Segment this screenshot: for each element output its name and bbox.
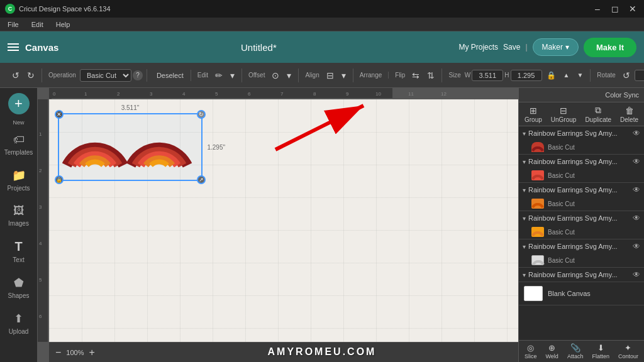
svg-text:4: 4 bbox=[39, 241, 42, 246]
ungroup-button[interactable]: ⊟ UnGroup bbox=[551, 106, 577, 123]
layer-item-3[interactable]: Basic Cut bbox=[519, 197, 644, 211]
sidebar-item-templates[interactable]: 🏷 Templates bbox=[0, 128, 37, 161]
deselect-button[interactable]: Deselect bbox=[153, 70, 187, 81]
layer-thumb-2 bbox=[531, 170, 544, 180]
layer-item-2[interactable]: Basic Cut bbox=[519, 168, 644, 182]
dimension-width-label: 3.511" bbox=[121, 104, 140, 111]
svg-text:8: 8 bbox=[313, 91, 316, 97]
svg-text:2: 2 bbox=[117, 91, 120, 97]
layer-item-name-5: Basic Cut bbox=[548, 257, 575, 264]
canvas-area[interactable]: 0 1 2 3 4 5 6 7 8 9 10 11 12 1 2 3 bbox=[38, 88, 518, 362]
svg-text:10: 10 bbox=[375, 91, 381, 97]
attach-button[interactable]: 📎 Attach bbox=[567, 343, 584, 359]
edit-dropdown-button[interactable]: ▾ bbox=[227, 69, 238, 82]
sidebar-item-shapes[interactable]: ⬟ Shapes bbox=[0, 271, 37, 304]
maximize-button[interactable]: ◻ bbox=[609, 3, 621, 15]
layer-group-header-4[interactable]: ▾ Rainbow Earrings Svg Amy... 👁 bbox=[519, 211, 644, 225]
layer-group-header-2[interactable]: ▾ Rainbow Earrings Svg Amy... 👁 bbox=[519, 155, 644, 168]
redo-button[interactable]: ↻ bbox=[24, 69, 38, 82]
text-icon: T bbox=[14, 239, 22, 254]
slice-button[interactable]: ◎ Slice bbox=[525, 343, 537, 359]
sidebar-item-projects[interactable]: 📁 Projects bbox=[0, 163, 37, 197]
group-button[interactable]: ⊞ Group bbox=[525, 106, 542, 123]
my-projects-button[interactable]: My Projects bbox=[458, 43, 498, 52]
operation-select[interactable]: Basic Cut bbox=[80, 69, 131, 82]
layer-chevron-3: ▾ bbox=[523, 187, 526, 194]
left-sidebar: + New 🏷 Templates 📁 Projects 🖼 Images T … bbox=[0, 88, 38, 362]
offset-dropdown-button[interactable]: ▾ bbox=[284, 69, 294, 82]
layer-group-header-5[interactable]: ▾ Rainbow Earrings Svg Amy... 👁 bbox=[519, 239, 644, 253]
svg-text:3: 3 bbox=[39, 204, 42, 210]
minimize-button[interactable]: – bbox=[591, 3, 604, 15]
sidebar-item-images[interactable]: 🖼 Images bbox=[0, 199, 37, 232]
make-it-button[interactable]: Make It bbox=[584, 38, 636, 57]
layer-item-4[interactable]: Basic Cut bbox=[519, 225, 644, 239]
undo-button[interactable]: ↺ bbox=[9, 69, 23, 82]
layer-thumb-4 bbox=[531, 227, 544, 237]
sidebar-item-text[interactable]: T Text bbox=[0, 234, 37, 268]
layer-eye-3[interactable]: 👁 bbox=[633, 185, 640, 194]
edit-button[interactable]: ✏ bbox=[212, 69, 226, 82]
menu-bar: File Edit Help bbox=[0, 18, 644, 31]
rotate-input[interactable] bbox=[635, 70, 644, 81]
handle-lock[interactable]: 🔒 bbox=[55, 175, 64, 184]
operation-help-button[interactable]: ? bbox=[133, 70, 143, 80]
layer-eye-4[interactable]: 👁 bbox=[633, 214, 640, 222]
sidebar-item-upload[interactable]: ⬆ Upload bbox=[0, 307, 37, 340]
delete-button[interactable]: 🗑 Delete bbox=[620, 106, 638, 123]
width-input[interactable] bbox=[472, 70, 503, 81]
svg-text:9: 9 bbox=[346, 91, 349, 97]
menu-edit[interactable]: Edit bbox=[29, 19, 46, 30]
color-sync-button[interactable]: Color Sync bbox=[605, 91, 639, 99]
weld-button[interactable]: ⊕ Weld bbox=[546, 343, 558, 359]
size-up-button[interactable]: ▲ bbox=[560, 70, 573, 80]
rotate-left-button[interactable]: ↺ bbox=[619, 69, 633, 82]
layer-group-header-1[interactable]: ▾ Rainbow Earrings Svg Amy... 👁 bbox=[519, 126, 644, 140]
flatten-button[interactable]: ⬇ Flatten bbox=[592, 343, 609, 359]
layer-item-5[interactable]: Basic Cut bbox=[519, 253, 644, 267]
layer-item-1[interactable]: Basic Cut bbox=[519, 140, 644, 154]
height-input[interactable] bbox=[511, 70, 542, 81]
delete-icon: 🗑 bbox=[625, 106, 634, 116]
layer-eye-6[interactable]: 👁 bbox=[633, 270, 640, 279]
lock-ratio-button[interactable]: 🔒 bbox=[543, 69, 559, 82]
zoom-out-button[interactable]: − bbox=[55, 347, 61, 358]
layer-eye-1[interactable]: 👁 bbox=[633, 129, 640, 138]
flip-h-button[interactable]: ⇆ bbox=[409, 69, 423, 82]
offset-button[interactable]: ⊙ bbox=[269, 69, 282, 82]
layer-chevron-6: ▾ bbox=[523, 272, 526, 278]
layers-list: ▾ Rainbow Earrings Svg Amy... 👁 Basic Cu… bbox=[519, 126, 644, 340]
slice-label: Slice bbox=[525, 353, 537, 359]
layer-name-1: Rainbow Earrings Svg Amy... bbox=[528, 129, 630, 137]
align-dropdown-button[interactable]: ▾ bbox=[338, 69, 349, 82]
layer-eye-5[interactable]: 👁 bbox=[633, 242, 640, 251]
flip-v-button[interactable]: ⇅ bbox=[424, 69, 438, 82]
canvas-grid[interactable]: 3.511" 1.295" ✕ ↻ 🔒 ↗ bbox=[49, 99, 518, 342]
close-button[interactable]: ✕ bbox=[626, 3, 639, 15]
group-label: Group bbox=[525, 116, 542, 123]
menu-file[interactable]: File bbox=[5, 19, 21, 30]
layer-item-name-4: Basic Cut bbox=[548, 229, 575, 236]
maker-button[interactable]: Maker ▾ bbox=[533, 38, 579, 56]
save-button[interactable]: Save bbox=[503, 43, 520, 52]
contour-button[interactable]: ✦ Contour bbox=[618, 343, 638, 359]
size-down-button[interactable]: ▼ bbox=[574, 70, 586, 80]
duplicate-button[interactable]: ⧉ Duplicate bbox=[585, 105, 611, 123]
flip-label: Flip bbox=[395, 72, 405, 79]
menu-help[interactable]: Help bbox=[53, 19, 73, 30]
new-button[interactable]: + bbox=[8, 93, 30, 114]
layer-group-3: ▾ Rainbow Earrings Svg Amy... 👁 Basic Cu… bbox=[519, 183, 644, 211]
zoom-value: 100% bbox=[66, 349, 84, 356]
layer-group-header-3[interactable]: ▾ Rainbow Earrings Svg Amy... 👁 bbox=[519, 183, 644, 197]
handle-scale[interactable]: ↗ bbox=[197, 175, 206, 184]
handle-rotate[interactable]: ↻ bbox=[197, 110, 206, 119]
layer-group-header-6[interactable]: ▾ Rainbow Earrings Svg Amy... 👁 bbox=[519, 268, 644, 282]
layer-eye-2[interactable]: 👁 bbox=[633, 157, 640, 166]
align-button[interactable]: ⊟ bbox=[323, 69, 337, 82]
rotate-icon: ↻ bbox=[198, 111, 204, 118]
zoom-in-button[interactable]: + bbox=[89, 347, 94, 358]
blank-canvas-item[interactable]: Blank Canvas bbox=[519, 282, 644, 305]
app-logo: C bbox=[5, 4, 15, 14]
hamburger-menu-button[interactable] bbox=[8, 43, 19, 51]
new-label: New bbox=[13, 119, 24, 126]
